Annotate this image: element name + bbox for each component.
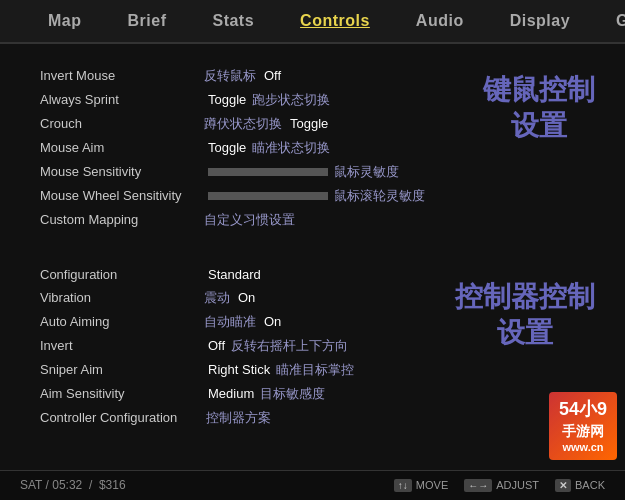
label-invert-mouse-cn: 反转鼠标: [204, 67, 256, 85]
value-invert: Off: [208, 338, 225, 353]
label-configuration: Configuration: [40, 267, 200, 282]
move-label: MOVE: [416, 479, 448, 491]
watermark: 54小9 手游网 www.cn: [549, 392, 617, 460]
watermark-line3: www.cn: [559, 440, 607, 454]
value-sniper-aim-cn: 瞄准目标掌控: [276, 361, 354, 379]
status-control-adjust: ←→ ADJUST: [464, 479, 539, 492]
value-invert-mouse: Off: [264, 68, 281, 83]
value-sniper-aim: Right Stick: [208, 362, 270, 377]
back-label: BACK: [575, 479, 605, 491]
keyboard-section: Invert Mouse 反转鼠标 Off Always Sprint Togg…: [40, 64, 585, 232]
value-mouse-sensitivity-cn: 鼠标灵敏度: [334, 163, 399, 181]
status-control-move: ↑↓ MOVE: [394, 479, 448, 492]
setting-row-configuration[interactable]: Configuration Standard: [40, 264, 585, 286]
move-icon: ↑↓: [394, 479, 412, 492]
status-bar: SAT / 05:32 / $316 ↑↓ MOVE ←→ ADJUST ✕ B…: [0, 470, 625, 500]
slider-mouse-sensitivity[interactable]: [208, 168, 328, 176]
label-sniper-aim: Sniper Aim: [40, 362, 200, 377]
status-controls: ↑↓ MOVE ←→ ADJUST ✕ BACK: [394, 479, 605, 492]
value-crouch: Toggle: [290, 116, 328, 131]
status-control-back: ✕ BACK: [555, 479, 605, 492]
label-vibration: Vibration: [40, 290, 200, 305]
status-money: $316: [99, 478, 126, 492]
setting-row-custom-mapping[interactable]: Custom Mapping 自定义习惯设置: [40, 208, 585, 232]
value-vibration: On: [238, 290, 255, 305]
label-auto-aiming-cn: 自动瞄准: [204, 313, 256, 331]
label-aim-sensitivity: Aim Sensitivity: [40, 386, 200, 401]
nav-item-stats[interactable]: Stats: [204, 8, 262, 34]
setting-row-auto-aiming[interactable]: Auto Aiming 自动瞄准 On: [40, 310, 585, 334]
label-invert-mouse: Invert Mouse: [40, 68, 200, 83]
value-configuration: Standard: [208, 267, 261, 282]
label-auto-aiming: Auto Aiming: [40, 314, 200, 329]
setting-row-mouse-sensitivity[interactable]: Mouse Sensitivity 鼠标灵敏度: [40, 160, 585, 184]
value-aim-sensitivity-cn: 目标敏感度: [260, 385, 325, 403]
value-always-sprint-cn: 跑步状态切换: [252, 91, 330, 109]
value-always-sprint: Toggle: [208, 92, 246, 107]
setting-row-crouch[interactable]: Crouch 蹲伏状态切换 Toggle: [40, 112, 585, 136]
label-vibration-cn: 震动: [204, 289, 230, 307]
setting-row-mouse-aim[interactable]: Mouse Aim Toggle 瞄准状态切换: [40, 136, 585, 160]
value-invert-cn: 反转右摇杆上下方向: [231, 337, 348, 355]
label-always-sprint: Always Sprint: [40, 92, 200, 107]
value-mouse-aim: Toggle: [208, 140, 246, 155]
settings-panel: Invert Mouse 反转鼠标 Off Always Sprint Togg…: [40, 64, 585, 450]
label-mouse-wheel-sensitivity: Mouse Wheel Sensitivity: [40, 188, 200, 203]
nav-item-controls[interactable]: Controls: [292, 8, 378, 34]
setting-row-sniper-aim[interactable]: Sniper Aim Right Stick 瞄准目标掌控: [40, 358, 585, 382]
nav-bar: Map Brief Stats Controls Audio Display G…: [0, 0, 625, 44]
label-mouse-sensitivity: Mouse Sensitivity: [40, 164, 200, 179]
label-crouch: Crouch: [40, 116, 200, 131]
value-mouse-aim-cn: 瞄准状态切换: [252, 139, 330, 157]
nav-item-brief[interactable]: Brief: [120, 8, 175, 34]
status-time: SAT / 05:32: [20, 478, 82, 492]
setting-row-controller-configuration[interactable]: Controller Configuration 控制器方案: [40, 406, 585, 430]
watermark-line1: 54小9: [559, 398, 607, 421]
value-auto-aiming: On: [264, 314, 281, 329]
nav-item-display[interactable]: Display: [502, 8, 578, 34]
label-custom-mapping: Custom Mapping: [40, 212, 200, 227]
nav-item-audio[interactable]: Audio: [408, 8, 472, 34]
value-mouse-wheel-sensitivity-cn: 鼠标滚轮灵敏度: [334, 187, 425, 205]
setting-row-always-sprint[interactable]: Always Sprint Toggle 跑步状态切换: [40, 88, 585, 112]
adjust-label: ADJUST: [496, 479, 539, 491]
value-controller-configuration-cn: 控制器方案: [206, 409, 271, 427]
label-controller-configuration: Controller Configuration: [40, 410, 200, 425]
nav-item-map[interactable]: Map: [40, 8, 90, 34]
controller-section: Configuration Standard Vibration 震动 On A…: [40, 264, 585, 430]
value-aim-sensitivity: Medium: [208, 386, 254, 401]
setting-row-mouse-wheel-sensitivity[interactable]: Mouse Wheel Sensitivity 鼠标滚轮灵敏度: [40, 184, 585, 208]
status-time-money: SAT / 05:32 / $316: [20, 478, 126, 492]
setting-row-invert-mouse[interactable]: Invert Mouse 反转鼠标 Off: [40, 64, 585, 88]
label-crouch-cn: 蹲伏状态切换: [204, 115, 282, 133]
nav-item-graphics[interactable]: Graphics: [608, 8, 625, 34]
setting-row-vibration[interactable]: Vibration 震动 On: [40, 286, 585, 310]
slider-mouse-wheel-sensitivity[interactable]: [208, 192, 328, 200]
setting-row-aim-sensitivity[interactable]: Aim Sensitivity Medium 目标敏感度: [40, 382, 585, 406]
back-icon: ✕: [555, 479, 571, 492]
label-invert: Invert: [40, 338, 200, 353]
label-mouse-aim: Mouse Aim: [40, 140, 200, 155]
adjust-icon: ←→: [464, 479, 492, 492]
setting-row-invert[interactable]: Invert Off 反转右摇杆上下方向: [40, 334, 585, 358]
main-content: Invert Mouse 反转鼠标 Off Always Sprint Togg…: [0, 44, 625, 470]
watermark-line2: 手游网: [559, 422, 607, 440]
section-divider: [40, 252, 585, 264]
label-custom-mapping-cn: 自定义习惯设置: [204, 211, 295, 229]
